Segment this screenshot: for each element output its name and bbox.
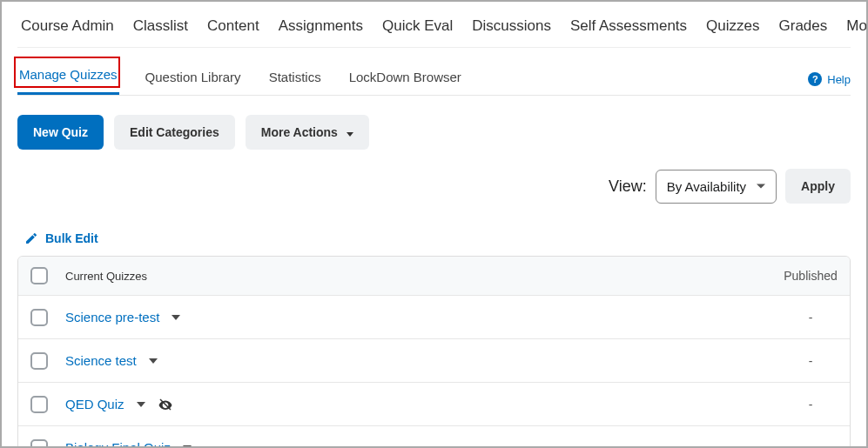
tab-manage-quizzes[interactable]: Manage Quizzes <box>17 64 119 95</box>
help-icon: ? <box>808 72 822 86</box>
tab-question-library[interactable]: Question Library <box>144 66 243 95</box>
chevron-down-icon[interactable] <box>183 445 192 449</box>
pencil-icon <box>24 231 38 245</box>
more-actions-label: More Actions <box>261 125 338 139</box>
header-published-label: Published <box>784 269 838 283</box>
header-checkbox-cell <box>18 267 60 284</box>
row-checkbox[interactable] <box>30 309 48 326</box>
quiz-link[interactable]: QED Quiz <box>65 397 124 411</box>
row-checkbox[interactable] <box>30 439 48 449</box>
app-frame: Course Admin Classlist Content Assignmen… <box>0 0 868 448</box>
quiz-link[interactable]: Science test <box>65 353 137 368</box>
topnav-discussions[interactable]: Discussions <box>472 17 551 35</box>
topnav-more-label: More <box>846 17 868 35</box>
table-header-row: Current Quizzes Published <box>18 257 850 295</box>
chevron-down-icon[interactable] <box>149 358 158 364</box>
published-cell: - <box>771 398 850 411</box>
view-select[interactable]: By Availability <box>656 170 777 204</box>
table-row: Biology Final Quiz - <box>18 425 850 448</box>
quiz-link[interactable]: Biology Final Quiz <box>65 440 171 448</box>
header-published-cell: Published <box>771 269 850 283</box>
chevron-down-icon[interactable] <box>172 315 180 320</box>
tab-lockdown-browser[interactable]: LockDown Browser <box>347 66 463 95</box>
new-quiz-button[interactable]: New Quiz <box>17 115 104 150</box>
topnav-quick-eval[interactable]: Quick Eval <box>382 17 453 35</box>
apply-button[interactable]: Apply <box>785 169 851 204</box>
topnav-assignments[interactable]: Assignments <box>279 17 363 35</box>
table-row: Science test - <box>18 338 850 382</box>
header-name-cell: Current Quizzes <box>60 270 771 283</box>
table-row: Science pre-test - <box>18 295 850 338</box>
help-label: Help <box>827 73 851 86</box>
hidden-icon <box>158 397 173 412</box>
topnav-grades[interactable]: Grades <box>779 17 828 35</box>
row-checkbox[interactable] <box>30 352 48 370</box>
edit-categories-button[interactable]: Edit Categories <box>114 115 235 150</box>
select-all-checkbox[interactable] <box>30 267 48 284</box>
quiz-link[interactable]: Science pre-test <box>65 310 159 324</box>
bulk-edit-link[interactable]: Bulk Edit <box>24 231 851 245</box>
topnav-course-admin[interactable]: Course Admin <box>21 17 114 35</box>
topnav-content[interactable]: Content <box>207 17 259 35</box>
help-link[interactable]: ? Help <box>808 72 851 95</box>
view-label: View: <box>609 177 647 196</box>
tab-statistics[interactable]: Statistics <box>267 66 323 95</box>
topnav-classlist[interactable]: Classlist <box>133 17 188 35</box>
table-row: QED Quiz - <box>18 382 850 425</box>
view-select-value: By Availability <box>667 179 746 194</box>
chevron-down-icon[interactable] <box>137 402 145 407</box>
view-row: View: By Availability Apply <box>17 169 851 204</box>
row-checkbox[interactable] <box>30 396 48 413</box>
topnav-quizzes[interactable]: Quizzes <box>706 17 759 35</box>
quiz-subnav: Manage Quizzes Question Library Statisti… <box>17 48 851 96</box>
topnav-more[interactable]: More <box>846 17 868 35</box>
topnav-self-assessments[interactable]: Self Assessments <box>570 17 687 35</box>
published-cell: - <box>771 354 850 368</box>
published-cell: - <box>771 311 850 324</box>
course-topnav: Course Admin Classlist Content Assignmen… <box>17 2 851 48</box>
chevron-down-icon <box>347 132 353 137</box>
bulk-edit-label: Bulk Edit <box>45 231 98 245</box>
action-bar: New Quiz Edit Categories More Actions <box>17 96 851 150</box>
published-cell: - <box>771 441 850 449</box>
header-name-label: Current Quizzes <box>65 270 147 283</box>
more-actions-button[interactable]: More Actions <box>246 115 369 150</box>
quizzes-table: Current Quizzes Published Science pre-te… <box>17 256 851 448</box>
